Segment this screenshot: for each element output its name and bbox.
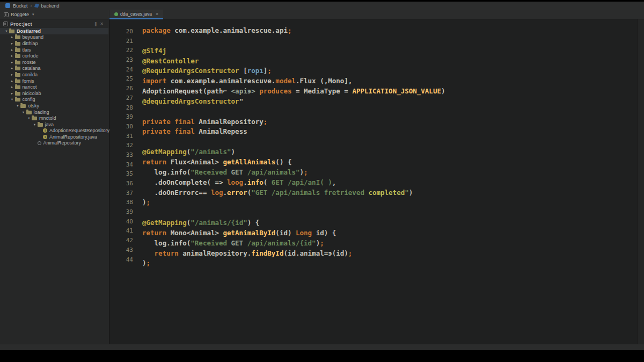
- tree-item[interactable]: IAdoptionRequestRepository.java: [0, 128, 108, 134]
- code-line[interactable]: log.info("Received GET /api/animals");: [142, 168, 445, 178]
- code-line[interactable]: package com.example.animalrescue.api;: [142, 26, 445, 36]
- code-token: private final: [142, 127, 195, 135]
- chevron-collapsed-icon[interactable]: ▸: [10, 91, 15, 96]
- chevron-down-icon: ▾: [32, 12, 34, 17]
- code-token: log: [211, 189, 223, 197]
- code-line[interactable]: [142, 208, 445, 218]
- code-token: @GetMapping: [142, 219, 187, 227]
- chevron-expanded-icon[interactable]: ▾: [4, 29, 9, 33]
- tree-item[interactable]: ▾otsky: [0, 103, 108, 109]
- tree-item[interactable]: ▾Bostiarred: [0, 28, 108, 34]
- code-line[interactable]: );: [142, 258, 445, 269]
- chevron-collapsed-icon[interactable]: ▸: [10, 60, 15, 64]
- chevron-collapsed-icon[interactable]: ▸: [10, 35, 15, 39]
- code-line[interactable]: [142, 36, 445, 46]
- code-token: findById: [251, 249, 283, 257]
- chevron-collapsed-icon[interactable]: ▸: [10, 48, 15, 52]
- code-token: completed: [368, 189, 405, 197]
- chevron-collapsed-icon[interactable]: ▸: [10, 54, 15, 58]
- code-line[interactable]: [142, 107, 445, 117]
- chevron-collapsed-icon[interactable]: ▸: [10, 66, 15, 70]
- tree-item[interactable]: ▾loading: [0, 109, 108, 115]
- breadcrumb-project[interactable]: Bucket: [13, 3, 28, 9]
- tree-item[interactable]: ▸fornis: [0, 78, 108, 84]
- editor-tab[interactable]: dda_cases.java ×: [109, 10, 163, 19]
- code-line[interactable]: private final AnimalRepess: [142, 127, 445, 137]
- code-line[interactable]: import com.example.animalrescuve.model.F…: [142, 76, 445, 86]
- code-line[interactable]: @RequiredArgsConstructor [ropı];: [142, 66, 445, 76]
- chevron-expanded-icon[interactable]: ▾: [26, 116, 32, 120]
- code-token: (: [264, 178, 272, 186]
- tree-item[interactable]: ▸naricot: [0, 84, 108, 90]
- code-token: ropı: [247, 67, 264, 75]
- folder-icon: [9, 30, 14, 33]
- chevron-expanded-icon[interactable]: ▾: [21, 110, 26, 114]
- panel-header-actions[interactable]: ∥ ✕: [94, 21, 105, 26]
- code-line[interactable]: log.info("Received GET /api/animals/{id"…: [142, 238, 445, 249]
- code-line[interactable]: .doOnErrorc== log.error("GET /api/animal…: [142, 188, 445, 198]
- tree-item[interactable]: ▸catalana: [0, 66, 108, 72]
- line-number-gutter[interactable]: 2021222324252627283930313233343536373839…: [109, 27, 133, 264]
- code-token: .: [243, 178, 247, 186]
- code-token: @GetMapping: [142, 148, 187, 156]
- scrollbar-track[interactable]: [637, 19, 644, 344]
- chevron-expanded-icon[interactable]: ▾: [32, 122, 38, 127]
- tree-item[interactable]: ▸corfode: [0, 53, 108, 59]
- code-token: 6ET /api/anI( ): [272, 178, 332, 186]
- tree-item[interactable]: ▸ditthlap: [0, 40, 108, 47]
- code-token: () {: [275, 158, 291, 166]
- breadcrumb-branch[interactable]: backend: [41, 3, 60, 9]
- code-token: GET: [227, 239, 247, 247]
- tree-item-label: conilda: [23, 72, 38, 77]
- folder-icon: [15, 79, 20, 83]
- code-line[interactable]: @GetMapping("/animals"): [142, 147, 445, 157]
- code-token: "Received: [191, 239, 227, 247]
- code-token: [: [243, 67, 247, 75]
- chevron-collapsed-icon[interactable]: ▸: [10, 79, 15, 83]
- tree-item[interactable]: ▸rooste: [0, 59, 108, 66]
- code-token: /api/animals/{id": [247, 239, 316, 247]
- code-line[interactable]: @dequiredArgsConstructor": [142, 97, 445, 107]
- code-line[interactable]: @Slf4j: [142, 46, 445, 56]
- code-content[interactable]: package com.example.animalrescue.api;@Sl…: [142, 26, 445, 269]
- tree-item[interactable]: AnimalRepository: [0, 140, 108, 147]
- code-line[interactable]: return Mono<Animal> getAnimalById(id) Lo…: [142, 228, 445, 238]
- code-token: = MediaType =: [291, 87, 352, 95]
- chevron-expanded-icon[interactable]: ▾: [15, 104, 20, 108]
- chevron-collapsed-icon[interactable]: ▸: [10, 73, 15, 77]
- tab-close-icon[interactable]: ×: [156, 11, 158, 17]
- code-line[interactable]: @GetMapping("/animals/{id") {: [142, 218, 445, 228]
- code-token: info: [247, 178, 264, 186]
- code-token: ;: [320, 239, 324, 247]
- line-number: 34: [109, 160, 133, 170]
- tree-item[interactable]: ▸nicicolab: [0, 90, 108, 97]
- tree-item[interactable]: ▾mnctold: [0, 115, 108, 121]
- code-token: ;: [348, 249, 353, 257]
- chevron-expanded-icon[interactable]: ▾: [10, 97, 15, 102]
- run-config-selector[interactable]: Roggete ▾: [0, 10, 109, 19]
- code-line[interactable]: .doOnComplete( => loog.info( 6ET /api/an…: [142, 178, 445, 188]
- folder-icon: [15, 48, 20, 52]
- code-line[interactable]: return animalRepository.findById(id.anim…: [142, 249, 445, 259]
- code-line[interactable]: private final AnimalRepository;: [142, 117, 445, 127]
- chevron-collapsed-icon[interactable]: ▸: [10, 85, 15, 89]
- tree-item[interactable]: ▾java: [0, 121, 108, 128]
- code-token: <api϶>: [231, 87, 255, 95]
- tree-item[interactable]: IAnimalRepository.java: [0, 134, 108, 140]
- code-token: ;: [267, 67, 272, 75]
- tree-item[interactable]: ▾config: [0, 97, 108, 103]
- tree-item[interactable]: ▸tlais: [0, 47, 108, 53]
- java-file-icon: I: [43, 128, 47, 133]
- code-line[interactable]: AdoptionRequest(path⌐ <api϶> produces = …: [142, 86, 445, 97]
- code-line[interactable]: @RestContoller: [142, 56, 445, 67]
- line-number: 32: [109, 141, 133, 150]
- code-line[interactable]: [142, 137, 445, 147]
- tree-item[interactable]: ▸beyuuand: [0, 34, 108, 41]
- code-token: ;: [147, 259, 151, 267]
- code-line[interactable]: return Flux<Animal> getAllAnimals() {: [142, 157, 445, 168]
- code-token: AnimalRepess: [195, 127, 247, 135]
- tree-item[interactable]: ▸conilda: [0, 71, 108, 78]
- code-editor[interactable]: 2021222324252627283930313233343536373839…: [109, 19, 637, 344]
- chevron-collapsed-icon[interactable]: ▸: [10, 41, 15, 46]
- code-line[interactable]: );: [142, 198, 445, 208]
